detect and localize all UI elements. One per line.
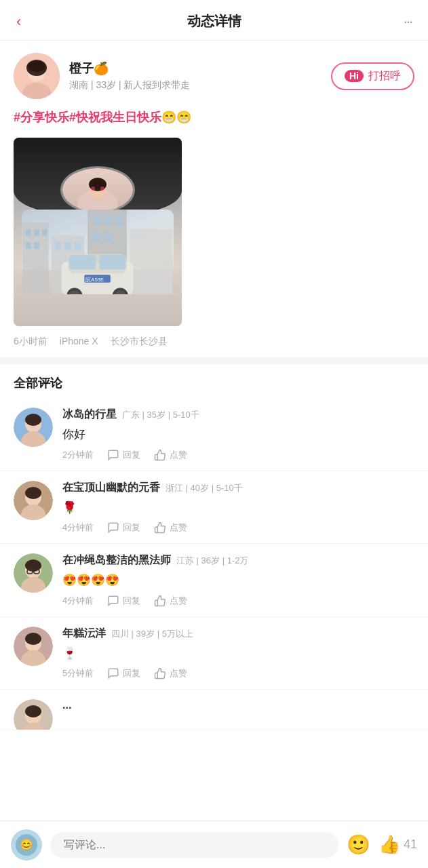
comment-avatar-3[interactable] (14, 553, 53, 593)
comment-item: 冰岛的行星 广东 | 35岁 | 5-10千 你好 2分钟前 回复 (0, 398, 428, 471)
back-button[interactable]: ‹ (16, 13, 41, 31)
comment-item-3: 在冲绳岛整洁的黑法师 江苏 | 36岁 | 1-2万 😍😍😍😍 4分钟前 回复 (0, 544, 428, 617)
svg-point-9 (100, 186, 104, 191)
comments-header: 全部评论 (0, 364, 428, 398)
comment-time-3: 4分钟前 (62, 595, 94, 607)
comment-author-meta-2: 浙江 | 40岁 | 5-10千 (166, 482, 243, 494)
comment-author-name-1: 冰岛的行星 (62, 408, 117, 422)
greet-label: 打招呼 (368, 69, 401, 83)
greet-button[interactable]: Hi 打招呼 (331, 62, 414, 90)
comment-body-1: 冰岛的行星 广东 | 35岁 | 5-10千 你好 2分钟前 回复 (62, 408, 414, 461)
comment-avatar-1[interactable] (14, 408, 53, 447)
reply-btn-4[interactable]: 回复 (107, 667, 140, 679)
svg-rect-14 (26, 242, 31, 249)
comment-actions-4: 5分钟前 回复 点赞 (62, 667, 414, 679)
svg-point-8 (91, 186, 95, 191)
emoji-button[interactable]: 🙂 (347, 833, 370, 856)
svg-rect-17 (55, 242, 62, 250)
comment-text-2: 🌹 (62, 499, 414, 517)
svg-rect-26 (130, 229, 173, 294)
author-info: 橙子🍊 湖南 | 33岁 | 新人报到求带走 (69, 60, 322, 92)
comment-author-name-5: ... (62, 699, 71, 711)
like-btn-1[interactable]: 点赞 (154, 449, 187, 461)
reply-btn-2[interactable]: 回复 (107, 521, 140, 534)
comment-time-2: 4分钟前 (62, 521, 94, 534)
svg-rect-23 (116, 216, 124, 224)
post-hashtags: #分享快乐#快祝我生日快乐😁😁 (14, 108, 414, 127)
post-content: #分享快乐#快祝我生日快乐😁😁 (0, 106, 428, 134)
author-meta: 湖南 | 33岁 | 新人报到求带走 (69, 79, 322, 92)
svg-rect-24 (93, 232, 101, 241)
author-name: 橙子🍊 (69, 60, 322, 77)
comment-author-name-4: 年糕沄洋 (62, 627, 106, 641)
like-count-button[interactable]: 👍 41 (378, 834, 417, 855)
comment-author-name-2: 在宝顶山幽默的元香 (62, 481, 160, 495)
svg-rect-22 (104, 216, 113, 224)
comment-avatar-2[interactable] (14, 481, 53, 520)
svg-rect-12 (35, 229, 40, 235)
svg-rect-15 (35, 242, 40, 249)
comment-item-5: ... (0, 690, 428, 730)
thumbs-up-icon: 👍 (378, 834, 400, 855)
comment-text-4: 🍷 (62, 645, 414, 663)
comment-item-4: 年糕沄洋 四川 | 39岁 | 5万以上 🍷 5分钟前 回复 点赞 (0, 617, 428, 690)
svg-point-44 (25, 487, 41, 499)
comment-actions-2: 4分钟前 回复 点赞 (62, 521, 414, 534)
svg-rect-18 (65, 242, 72, 250)
post-image[interactable]: 皖A53E (14, 138, 182, 326)
svg-point-55 (25, 633, 41, 645)
svg-rect-29 (70, 255, 96, 269)
bottom-avatar: 😊 (11, 829, 42, 861)
reply-btn-3[interactable]: 回复 (107, 595, 140, 607)
svg-rect-13 (42, 229, 47, 235)
svg-rect-25 (104, 232, 113, 241)
svg-text:😊: 😊 (20, 838, 33, 851)
svg-rect-19 (75, 242, 81, 250)
svg-rect-11 (26, 229, 31, 235)
comment-body-4: 年糕沄洋 四川 | 39岁 | 5万以上 🍷 5分钟前 回复 点赞 (62, 627, 414, 680)
comment-time-1: 2分钟前 (62, 449, 94, 461)
more-button[interactable]: ··· (387, 13, 412, 31)
post-time: 6小时前 (14, 336, 47, 348)
comment-author-meta-4: 四川 | 39岁 | 5万以上 (111, 628, 193, 640)
svg-rect-21 (93, 216, 101, 224)
like-btn-2[interactable]: 点赞 (154, 521, 187, 534)
comment-body-3: 在冲绳岛整洁的黑法师 江苏 | 36岁 | 1-2万 😍😍😍😍 4分钟前 回复 (62, 553, 414, 607)
header: ‹ 动态详情 ··· (0, 0, 428, 41)
svg-point-59 (25, 705, 41, 717)
like-btn-4[interactable]: 点赞 (154, 667, 187, 679)
comment-item-2: 在宝顶山幽默的元香 浙江 | 40岁 | 5-10千 🌹 4分钟前 回复 (0, 471, 428, 545)
comment-body-2: 在宝顶山幽默的元香 浙江 | 40岁 | 5-10千 🌹 4分钟前 回复 (62, 481, 414, 534)
page-title: 动态详情 (41, 12, 387, 31)
comment-actions-3: 4分钟前 回复 点赞 (62, 595, 414, 607)
bottom-bar: 😊 🙂 👍 41 (0, 821, 428, 868)
comment-actions-1: 2分钟前 回复 点赞 (62, 449, 414, 461)
svg-point-40 (25, 414, 41, 426)
comment-text-1: 你好 (62, 426, 414, 443)
post-device: iPhone X (60, 336, 98, 348)
like-btn-3[interactable]: 点赞 (154, 595, 187, 607)
post-author: 橙子🍊 湖南 | 33岁 | 新人报到求带走 Hi 打招呼 (0, 41, 428, 106)
like-count: 41 (404, 837, 417, 852)
comment-avatar-4[interactable] (14, 627, 53, 666)
comment-time-4: 5分钟前 (62, 667, 94, 679)
reply-btn-1[interactable]: 回复 (107, 449, 140, 461)
hi-badge: Hi (345, 70, 364, 82)
comment-author-meta-3: 江苏 | 36岁 | 1-2万 (176, 555, 248, 567)
comment-author-name-3: 在冲绳岛整洁的黑法师 (62, 553, 171, 568)
rearview-mirror (60, 166, 135, 214)
author-avatar[interactable] (14, 53, 60, 99)
comment-input[interactable] (50, 832, 338, 858)
comment-avatar-5[interactable] (14, 699, 53, 730)
post-image-wrap: 皖A53E (0, 134, 428, 333)
comment-text-3: 😍😍😍😍 (62, 572, 414, 589)
comment-body-5: ... (62, 699, 414, 720)
svg-point-4 (28, 61, 45, 72)
section-divider (0, 357, 428, 364)
post-meta: 6小时前 iPhone X 长沙市长沙县 (0, 333, 428, 357)
comments-section: 全部评论 冰岛的行星 广东 | 35岁 | 5-10千 你好 2分钟前 (0, 364, 428, 785)
comment-author-meta-1: 广东 | 35岁 | 5-10千 (122, 409, 199, 421)
svg-text:皖A53E: 皖A53E (86, 276, 104, 282)
post-location: 长沙市长沙县 (111, 336, 168, 348)
svg-rect-30 (100, 255, 125, 269)
